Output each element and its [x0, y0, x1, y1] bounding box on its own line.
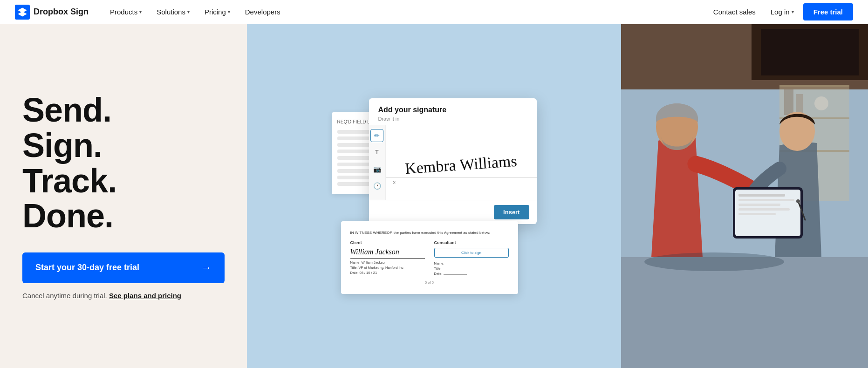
document-columns: Client William Jackson Name: William Jac…	[350, 240, 509, 277]
consultant-date-line	[444, 274, 467, 275]
signature-modal-body: ✏ T 📷 🕐 Kembra Willi	[369, 125, 537, 200]
clock-icon: 🕐	[373, 182, 381, 190]
client-name-field: Name: William Jackson	[350, 260, 425, 265]
hero-photo-bg	[621, 24, 868, 368]
consultant-name-field: Name:	[434, 261, 509, 266]
hero-middle-panel: REQ'D FIELD LEFT 1 Add your signature Dr…	[247, 24, 621, 368]
svg-rect-6	[761, 29, 859, 75]
client-signature: William Jackson	[350, 248, 425, 256]
consultant-label: Consultant	[434, 240, 509, 245]
type-icon: T	[375, 149, 378, 156]
pencil-icon: ✏	[374, 132, 380, 139]
cta-arrow-icon: →	[201, 262, 212, 274]
signature-baseline	[386, 177, 537, 177]
free-trial-nav-button[interactable]: Free trial	[803, 3, 853, 20]
people-illustration	[621, 24, 868, 368]
cta-free-trial-button[interactable]: Start your 30-day free trial →	[22, 252, 225, 283]
consultant-column: Consultant Click to sign Name: Title: Da…	[434, 240, 509, 277]
nav-solutions[interactable]: Solutions ▾	[150, 4, 196, 20]
phone-tab[interactable]: 🕐	[370, 179, 383, 192]
login-button[interactable]: Log in ▾	[765, 4, 800, 20]
client-title-field: Title: VP of Marketing, Hanford Inc	[350, 266, 425, 270]
products-chevron-icon: ▾	[139, 9, 142, 14]
solutions-chevron-icon: ▾	[187, 9, 190, 14]
client-column: Client William Jackson Name: William Jac…	[350, 240, 425, 277]
pricing-chevron-icon: ▾	[228, 9, 230, 14]
client-label: Client	[350, 240, 425, 245]
client-sig-line	[350, 258, 425, 259]
nav-developers[interactable]: Developers	[239, 4, 287, 20]
witness-text: IN WITNESS WHEREOF, the parties have exe…	[350, 231, 509, 235]
logo[interactable]: Dropbox Sign	[15, 5, 89, 20]
hero-left-panel: Send. Sign. Track. Done. Start your 30-d…	[0, 24, 247, 368]
signature-x-mark: x	[393, 179, 396, 185]
plans-pricing-link[interactable]: See plans and pricing	[109, 292, 181, 300]
nav-pricing[interactable]: Pricing ▾	[198, 4, 237, 20]
svg-rect-23	[738, 208, 790, 211]
login-chevron-icon: ▾	[792, 9, 794, 14]
svg-rect-21	[738, 199, 794, 201]
signature-tabs: ✏ T 📷 🕐	[369, 125, 386, 200]
svg-point-13	[814, 96, 828, 110]
signature-ui-demo: REQ'D FIELD LEFT 1 Add your signature Dr…	[332, 98, 537, 294]
upload-tab[interactable]: 📷	[370, 163, 383, 176]
svg-rect-22	[738, 204, 780, 206]
hero-headline: Send. Sign. Track. Done.	[22, 93, 225, 233]
svg-point-28	[644, 252, 784, 271]
hero-section: Send. Sign. Track. Done. Start your 30-d…	[0, 24, 868, 368]
nav-links: Products ▾ Solutions ▾ Pricing ▾ Develop…	[103, 4, 708, 20]
contact-sales-link[interactable]: Contact sales	[708, 4, 761, 20]
dropbox-logo-icon	[15, 5, 30, 20]
draw-tab[interactable]: ✏	[370, 129, 383, 142]
bottom-document-card: IN WITNESS WHEREOF, the parties have exe…	[341, 221, 518, 294]
hero-right-panel	[621, 24, 868, 368]
client-date-field: Date: 08 / 10 / 21	[350, 271, 425, 275]
click-to-sign-button[interactable]: Click to sign	[434, 248, 509, 258]
hero-subtext: Cancel anytime during trial. See plans a…	[22, 292, 225, 300]
svg-rect-27	[621, 257, 868, 368]
consultant-title-field: Title:	[434, 266, 509, 271]
signature-modal: Add your signature Draw it in ✏ T 📷	[369, 98, 537, 224]
signature-draw-area[interactable]: Kembra Williams x	[386, 125, 537, 200]
signature-insert-row: Insert	[369, 200, 537, 224]
navbar: Dropbox Sign Products ▾ Solutions ▾ Pric…	[0, 0, 868, 24]
svg-rect-11	[784, 89, 793, 115]
signature-modal-title: Add your signature	[378, 106, 527, 114]
signature-modal-subtitle: Draw it in	[378, 116, 527, 122]
svg-rect-20	[738, 194, 785, 197]
type-tab[interactable]: T	[370, 146, 383, 159]
svg-rect-24	[738, 213, 776, 215]
handwritten-signature: Kembra Williams	[404, 152, 518, 178]
svg-point-26	[796, 199, 800, 203]
page-indicator: 5 of 5	[350, 280, 509, 285]
nav-products[interactable]: Products ▾	[103, 4, 148, 20]
insert-signature-button[interactable]: Insert	[494, 205, 529, 219]
nav-right-actions: Contact sales Log in ▾ Free trial	[708, 3, 853, 20]
logo-text: Dropbox Sign	[34, 7, 89, 17]
svg-rect-8	[779, 85, 849, 87]
consultant-date-field: Date:	[434, 272, 509, 276]
camera-icon: 📷	[373, 165, 381, 173]
signature-modal-header: Add your signature Draw it in	[369, 98, 537, 122]
